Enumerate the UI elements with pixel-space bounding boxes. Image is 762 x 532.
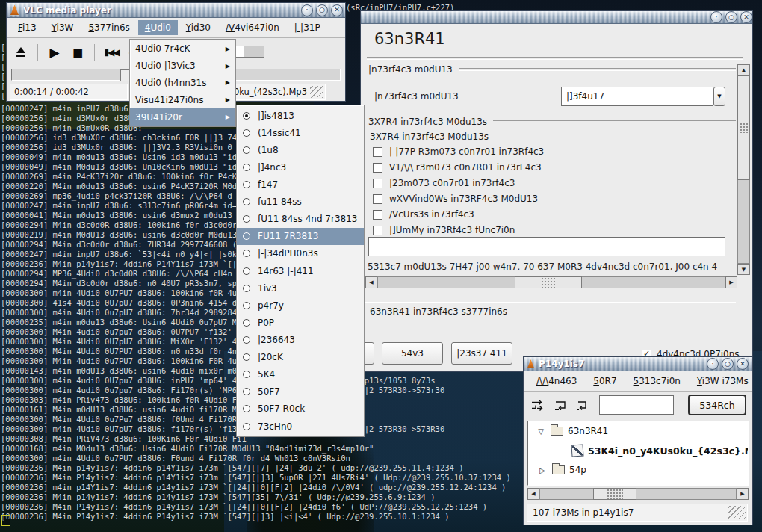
eq-option-soft-rock[interactable]: 50F7 R0ck [237,400,364,418]
menu-video[interactable]: Yid30 [179,20,217,35]
radio-icon[interactable] [243,302,250,309]
checkbox-row-dummy[interactable]: |]UmMy in73Rf4c3 fUnc7i0n [373,225,515,235]
scroll-left-icon[interactable]: ◀ [365,276,377,288]
checkbox-row-ncurses[interactable]: /VcUrs3s in73rf4c3 [373,209,474,220]
maximize-button[interactable]: ○ [722,358,734,370]
radio-icon[interactable] [243,164,250,171]
expander-open-icon[interactable]: ▽ [536,427,546,436]
checkbox[interactable] [373,163,382,173]
eject-button[interactable] [13,43,29,61]
loop-button[interactable] [551,397,568,413]
scroll-up-icon[interactable]: ▲ [737,64,750,75]
horizontal-scrollbar[interactable]: ◀ ▶ [365,276,737,288]
combo-dropdown-arrow-icon[interactable]: ▼ [713,87,725,106]
checkbox[interactable] [373,210,382,220]
eq-option-party[interactable]: p4r7y [237,297,364,314]
scroll-right-icon[interactable]: ▶ [737,488,749,500]
search-input[interactable] [599,395,674,415]
radio-icon[interactable] [243,112,250,120]
shade-button[interactable]: · [301,4,313,16]
radio-icon[interactable] [243,336,250,344]
checkbox[interactable] [373,147,382,157]
radio-icon[interactable] [243,250,250,257]
scroll-right-icon[interactable]: ▶ [725,276,737,288]
tree-group-label[interactable]: 54p [569,465,586,475]
radio-icon[interactable] [243,267,250,275]
tree-group-label[interactable]: 63n3R41 [568,426,608,436]
eq-option-full-bass-treble[interactable]: fU11 84ss 4nd 7r3813 [237,211,364,228]
resize-grip-icon[interactable] [310,86,323,98]
radio-icon[interactable] [243,146,250,154]
scrollbar-thumb[interactable] [593,488,636,500]
eq-option-dance[interactable]: |]4nc3 [237,158,364,176]
radio-icon[interactable] [243,371,250,378]
expander-closed-icon[interactable]: ▷ [537,466,548,474]
reset-all-button[interactable]: |23s37 411 [451,342,512,365]
close-button[interactable]: ✕ [740,11,752,23]
search-button[interactable]: 534Rch [688,395,746,415]
checkbox[interactable] [373,226,382,235]
menu-item-audio-track[interactable]: 4Udi0 7r4cK▶ [130,40,235,58]
playlist-titlebar[interactable]: P14y1is7 · ○ ✕ [524,357,752,371]
checkbox-row-vlm[interactable]: V1/\/\ r3m073 c0n7R01 in73rF4c3 [373,162,542,173]
menu-file[interactable]: Fi13 [11,20,43,35]
eq-option-club[interactable]: (1u8 [237,141,364,158]
close-button[interactable]: ✕ [331,4,343,16]
eq-option-headphones[interactable]: |-|34dPH0n3s [237,245,364,262]
eq-option-full-bass[interactable]: fu11 84ss [237,194,364,211]
menu-item-audio-channels[interactable]: 4Udi0 (h4nn31s▶ [130,75,235,92]
play-button[interactable]: ▶ [46,43,63,61]
menu-sort[interactable]: 50R7 [586,374,623,389]
menu-view[interactable]: Yi3W [45,20,81,35]
checkbox-row-http[interactable]: |-|77P R3m073 c0n7r01 in73Rf4c3 [373,146,544,157]
eq-option-pop[interactable]: P0P [237,314,364,331]
menu-help[interactable]: |-|31P [288,20,327,35]
radio-icon[interactable] [243,181,250,188]
eq-option-techno[interactable]: 73cHn0 [237,418,364,435]
radio-icon[interactable] [243,388,250,395]
eq-option-live[interactable]: 1iv3 [237,279,364,297]
eq-option-rock[interactable]: |20cK [237,349,364,366]
tree-group-general[interactable]: ▽ 63n3R41 [528,421,748,441]
scroll-down-icon[interactable]: ▼ [737,264,750,275]
shade-button[interactable]: · [707,358,719,370]
checkbox[interactable] [373,194,382,204]
eq-option-flat[interactable]: f147 [237,176,364,193]
radio-icon[interactable] [243,215,250,223]
maximize-button[interactable]: ○ [725,11,737,23]
radio-icon[interactable] [243,285,250,292]
menu-audio[interactable]: 4Udi0 [138,20,178,35]
interface-module-combo[interactable]: |]3f4u17 ▼ [561,87,725,106]
scrollbar-thumb[interactable] [515,276,582,288]
checkbox-row-wxwindows[interactable]: wXVVind0Ws in73RF4c3 M0dU13 [373,194,538,204]
radio-icon[interactable] [243,405,250,412]
main-titlebar[interactable]: VLC media player · ○ ✕ [7,3,345,18]
menu-manage[interactable]: /\/\4n463 [530,374,583,389]
checkbox-row-remote[interactable]: |23m073 c0n7r01 in73rf4c3 [373,178,515,188]
eq-option-soft[interactable]: 50F7 [237,383,364,400]
radio-icon[interactable] [243,319,250,327]
vertical-scrollbar[interactable]: ▲ ▼ [737,64,750,275]
radio-icon[interactable] [243,129,250,137]
close-button[interactable]: ✕ [737,358,749,370]
current-item-label[interactable]: 53K4i_n0_y4KUs0ku_{42s3c}.Mp3 [588,445,749,457]
stop-button[interactable]: ■ [69,43,86,61]
eq-option-large-hall[interactable]: 14r63 |-|411 [237,262,364,279]
radio-icon[interactable] [243,232,250,240]
repeat-button[interactable] [573,397,589,413]
tree-item-current[interactable]: 53K4i_n0_y4KUs0ku_{42s3c}.Mp3 [528,441,748,460]
eq-option-full-treble[interactable]: FU11 7R3813 [237,228,364,245]
menu-navigation[interactable]: /V4vi647i0n [219,20,286,35]
eq-option-ska[interactable]: 5K4 [237,366,364,383]
scrollbar-track[interactable] [539,488,737,500]
radio-icon[interactable] [243,423,250,430]
resize-grip-icon[interactable] [728,506,746,519]
menu-item-equalizer[interactable]: 39U41i20r▶ [130,108,235,126]
scrollbar-thumb[interactable] [737,75,750,180]
preferences-titlebar[interactable]: · ○ ✕ [361,11,752,24]
menu-view-items[interactable]: Yi3W i73Ms [690,374,755,389]
eq-option-disable[interactable]: |]is4813 [237,107,364,124]
shade-button[interactable]: · [710,11,722,23]
checkbox[interactable] [373,179,382,188]
eq-option-reggae[interactable]: |236643 [237,331,364,348]
